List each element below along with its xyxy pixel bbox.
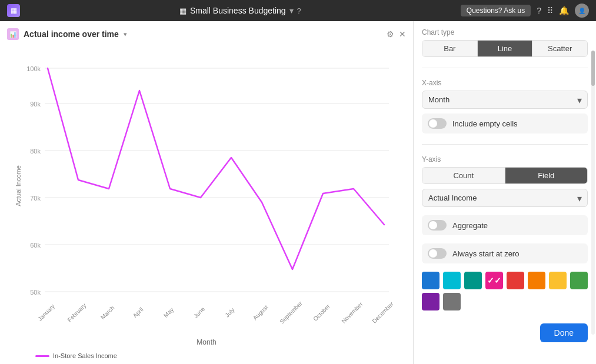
x-axis-section: X-axis Month Week Day Include empty cell… bbox=[422, 79, 588, 133]
always-start-zero-row: Always start at zero bbox=[422, 243, 588, 263]
bell-icon[interactable]: 🔔 bbox=[559, 6, 569, 15]
svg-text:August: August bbox=[252, 303, 269, 321]
color-swatch-yellow[interactable] bbox=[549, 272, 567, 289]
svg-text:October: October bbox=[312, 303, 331, 322]
top-bar-right: Questions? Ask us ? ⠿ 🔔 👤 bbox=[461, 4, 589, 18]
svg-text:60k: 60k bbox=[30, 242, 41, 249]
svg-text:July: July bbox=[224, 306, 235, 318]
color-swatches: ✓ bbox=[422, 272, 588, 310]
always-start-zero-label: Always start at zero bbox=[452, 249, 519, 258]
color-swatch-pink[interactable]: ✓ bbox=[485, 272, 503, 289]
y-axis-section: Y-axis Count Field Actual Income Project… bbox=[422, 155, 588, 207]
chart-type-label: Chart type bbox=[422, 28, 588, 36]
right-panel: Chart type Bar Line Scatter X-axis Month… bbox=[414, 21, 596, 364]
y-axis-field-dropdown[interactable]: Actual Income Projected Income bbox=[422, 189, 588, 207]
questions-button[interactable]: Questions? Ask us bbox=[461, 5, 531, 16]
svg-text:November: November bbox=[340, 300, 364, 325]
chart-svg: 50k 60k 70k 80k 90k 100k Actual Income J… bbox=[6, 45, 407, 333]
help-icon[interactable]: ? bbox=[537, 6, 541, 15]
chart-type-section: Chart type Bar Line Scatter bbox=[422, 28, 588, 57]
y-axis-count-button[interactable]: Count bbox=[422, 168, 505, 183]
scrollbar-thumb[interactable] bbox=[591, 51, 595, 86]
svg-text:May: May bbox=[162, 306, 175, 319]
color-swatch-purple[interactable] bbox=[422, 293, 439, 310]
chart-settings-icon[interactable]: ⚙ bbox=[387, 29, 394, 39]
chart-title-wrap: 📊 Actual income over time ▾ bbox=[7, 28, 127, 40]
app-help-icon[interactable]: ? bbox=[297, 6, 301, 15]
x-axis-dropdown-wrap[interactable]: Month Week Day bbox=[422, 91, 588, 109]
chart-container: 50k 60k 70k 80k 90k 100k Actual Income J… bbox=[0, 45, 413, 362]
y-axis-section-label: Y-axis bbox=[422, 155, 588, 163]
svg-text:February: February bbox=[66, 302, 87, 323]
svg-text:December: December bbox=[371, 300, 395, 325]
chart-header-icons: ⚙ ✕ bbox=[387, 29, 406, 39]
svg-text:March: March bbox=[99, 305, 115, 320]
app-logo: ▦ bbox=[7, 4, 20, 17]
always-start-zero-toggle[interactable] bbox=[428, 248, 447, 259]
y-axis-btn-group: Count Field bbox=[422, 167, 588, 184]
color-swatch-green[interactable] bbox=[570, 272, 588, 289]
include-empty-cells-label: Include empty cells bbox=[452, 119, 518, 128]
svg-text:Actual Income: Actual Income bbox=[15, 165, 22, 206]
chart-type-btn-group: Bar Line Scatter bbox=[422, 40, 588, 57]
main-content: 📊 Actual income over time ▾ ⚙ ✕ 50k 60k … bbox=[0, 21, 596, 364]
include-empty-cells-toggle[interactable] bbox=[428, 118, 447, 129]
color-swatch-orange[interactable] bbox=[528, 272, 545, 289]
include-empty-cells-row: Include empty cells bbox=[422, 113, 588, 133]
svg-text:September: September bbox=[278, 300, 304, 325]
svg-text:April: April bbox=[132, 306, 145, 319]
avatar[interactable]: 👤 bbox=[575, 4, 589, 18]
chart-close-icon[interactable]: ✕ bbox=[399, 29, 406, 39]
svg-text:January: January bbox=[36, 303, 56, 322]
app-title-icon: ▦ bbox=[179, 6, 187, 15]
top-bar: ▦ ▦ Small Business Budgeting ▾ ? Questio… bbox=[0, 0, 596, 21]
chart-header: 📊 Actual income over time ▾ ⚙ ✕ bbox=[0, 28, 413, 45]
done-button[interactable]: Done bbox=[540, 323, 588, 342]
svg-text:June: June bbox=[192, 306, 206, 319]
chart-area: 📊 Actual income over time ▾ ⚙ ✕ 50k 60k … bbox=[0, 21, 414, 364]
chart-dropdown-icon[interactable]: ▾ bbox=[124, 31, 127, 38]
app-title-wrap: ▦ Small Business Budgeting ▾ ? bbox=[179, 6, 301, 15]
app-title: Small Business Budgeting bbox=[190, 6, 286, 15]
color-swatch-red[interactable] bbox=[507, 272, 524, 289]
y-axis-field-button[interactable]: Field bbox=[505, 168, 588, 183]
apps-icon[interactable]: ⠿ bbox=[547, 6, 553, 15]
divider-1 bbox=[422, 68, 588, 68]
aggregate-label: Aggregate bbox=[452, 221, 488, 230]
app-title-arrow[interactable]: ▾ bbox=[289, 6, 294, 15]
aggregate-toggle[interactable] bbox=[428, 220, 447, 231]
top-bar-left: ▦ bbox=[7, 4, 20, 17]
svg-text:50k: 50k bbox=[30, 289, 41, 296]
bottom-row: Done bbox=[422, 319, 588, 342]
chart-type-line-button[interactable]: Line bbox=[478, 41, 533, 56]
color-swatch-blue[interactable] bbox=[422, 272, 439, 289]
aggregate-row: Aggregate bbox=[422, 215, 588, 235]
x-axis-dropdown[interactable]: Month Week Day bbox=[422, 91, 588, 109]
chart-title-icon: 📊 bbox=[7, 28, 19, 40]
svg-text:90k: 90k bbox=[30, 101, 41, 108]
divider-2 bbox=[422, 144, 588, 145]
color-swatch-gray[interactable] bbox=[443, 293, 461, 310]
chart-title: Actual income over time bbox=[24, 29, 119, 39]
x-axis-section-label: X-axis bbox=[422, 79, 588, 87]
chart-type-bar-button[interactable]: Bar bbox=[422, 41, 478, 56]
y-axis-field-dropdown-wrap[interactable]: Actual Income Projected Income bbox=[422, 189, 588, 207]
svg-text:70k: 70k bbox=[30, 195, 41, 202]
svg-text:80k: 80k bbox=[30, 148, 41, 155]
svg-text:100k: 100k bbox=[26, 65, 41, 72]
scrollbar-track[interactable] bbox=[591, 51, 595, 335]
color-swatch-teal[interactable] bbox=[464, 272, 482, 289]
color-swatch-cyan[interactable] bbox=[443, 272, 461, 289]
chart-type-scatter-button[interactable]: Scatter bbox=[532, 41, 587, 56]
